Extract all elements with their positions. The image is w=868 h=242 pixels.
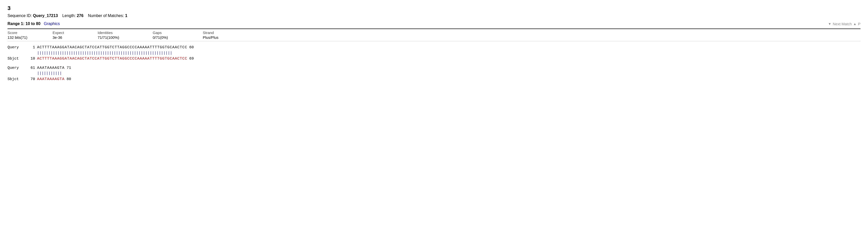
score-header-gaps: Gaps	[153, 31, 188, 35]
score-header-strand: Strand	[203, 31, 228, 35]
bars-num-spacer-1	[25, 51, 35, 56]
next-match-arrow-icon: ▼	[828, 22, 831, 26]
sequence-id-label: Sequence ID:	[7, 13, 32, 18]
sbjct-label-2: Sbjct	[7, 77, 25, 82]
bars-seq-2: |||||||||||	[37, 71, 62, 77]
query-start-1: 1	[25, 45, 35, 51]
sbjct-label-1: Sbjct	[7, 56, 25, 62]
score-table: Score Expect Identities Gaps Strand 132 …	[7, 29, 861, 41]
sbjct-row-2: Sbjct 70 AAATAAAAGTA 80	[7, 77, 861, 82]
sbjct-end-1: 69	[189, 56, 194, 62]
result-number: 3	[7, 5, 861, 11]
bars-row-1: ||||||||||||||||||||||||||||||||||||||||…	[7, 51, 861, 56]
query-end-1: 60	[189, 45, 194, 51]
bars-row-2: |||||||||||	[7, 71, 861, 77]
query-seq-1: ACTTTTAAAGGATAACAGCTATCCATTGGTCTTAGGCCCC…	[37, 45, 187, 51]
range-header: Range 1: 10 to 80 Graphics ▼ Next Match …	[7, 22, 861, 26]
score-header-expect: Expect	[53, 31, 83, 35]
prev-match-button[interactable]: P	[858, 22, 861, 26]
sbjct-end-2: 80	[67, 77, 71, 82]
score-value-score: 132 bits(71)	[7, 35, 37, 39]
bars-spacer-2	[7, 71, 25, 77]
query-label-1: Query	[7, 45, 25, 51]
score-value-expect: 3e-36	[53, 35, 83, 39]
prev-match-arrow-icon: ▲	[853, 22, 857, 26]
query-start-2: 61	[25, 65, 35, 71]
alignment-block-1: Query 1 ACTTTTAAAGGATAACAGCTATCCATTGGTCT…	[7, 45, 861, 62]
sbjct-seq-1: ACTTTTAAAGGATAACAGCTATCCATTGGTCTTAGGCCCC…	[37, 56, 187, 62]
score-value-identities: 71/71(100%)	[98, 35, 138, 39]
bars-num-spacer-2	[25, 71, 35, 77]
sbjct-start-2: 70	[25, 77, 35, 82]
score-values: 132 bits(71) 3e-36 71/71(100%) 0/71(0%) …	[7, 35, 861, 39]
query-seq-2: AAATAAAAGTA	[37, 65, 65, 71]
query-row-2: Query 61 AAATAAAAGTA 71	[7, 65, 861, 71]
graphics-link[interactable]: Graphics	[44, 22, 60, 26]
score-value-gaps: 0/71(0%)	[153, 35, 188, 39]
score-value-strand: Plus/Plus	[203, 35, 228, 39]
bars-seq-1: ||||||||||||||||||||||||||||||||||||||||…	[37, 51, 172, 56]
sbjct-row-1: Sbjct 10 ACTTTTAAAGGATAACAGCTATCCATTGGTC…	[7, 56, 861, 62]
query-end-2: 71	[67, 65, 71, 71]
alignment-section: Query 1 ACTTTTAAAGGATAACAGCTATCCATTGGTCT…	[7, 45, 861, 82]
bars-spacer-1	[7, 51, 25, 56]
matches-value: 1	[125, 13, 127, 18]
sbjct-start-1: 10	[25, 56, 35, 62]
sbjct-seq-2: AAATAAAAGTA	[37, 77, 65, 82]
sequence-id-value: Query_17213	[33, 13, 58, 18]
length-label: Length:	[62, 13, 75, 18]
alignment-block-2: Query 61 AAATAAAAGTA 71 ||||||||||| Sbjc…	[7, 65, 861, 82]
matches-label: Number of Matches:	[88, 13, 124, 18]
range-label: Range 1: 10 to 80	[7, 22, 40, 26]
next-match-area: ▼ Next Match ▲ P	[828, 22, 861, 26]
next-match-button[interactable]: Next Match	[833, 22, 852, 26]
score-header-score: Score	[7, 31, 37, 35]
length-value: 276	[77, 13, 84, 18]
score-headers: Score Expect Identities Gaps Strand	[7, 31, 861, 35]
query-label-2: Query	[7, 65, 25, 71]
range-text: Range 1: 10 to 80 Graphics	[7, 22, 60, 26]
query-row-1: Query 1 ACTTTTAAAGGATAACAGCTATCCATTGGTCT…	[7, 45, 861, 51]
score-header-identities: Identities	[98, 31, 138, 35]
sequence-info: Sequence ID: Query_17213 Length: 276 Num…	[7, 13, 861, 18]
